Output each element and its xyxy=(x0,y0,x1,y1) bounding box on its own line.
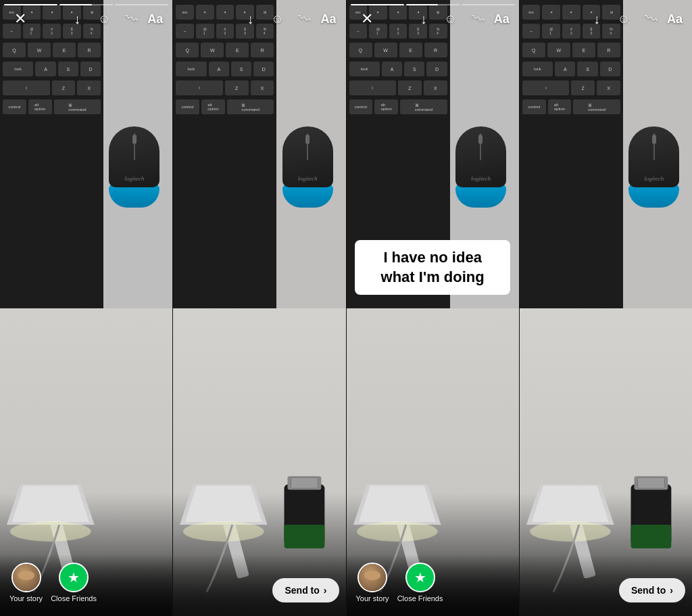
close-friends-label-1: Close Friends xyxy=(51,594,97,602)
progress-bar-3a xyxy=(351,4,404,5)
sticker-icon-1[interactable]: ☺ xyxy=(93,8,115,30)
top-bar-1: ✕ ↓ ☺ 〰 Aa xyxy=(0,0,172,38)
send-to-label-2: Send to xyxy=(285,585,319,596)
top-bar-right-3: ↓ ☺ 〰 Aa xyxy=(413,8,510,30)
text-tool-2[interactable]: Aa xyxy=(320,12,336,26)
star-icon-3: ★ xyxy=(414,571,426,584)
avatar-1 xyxy=(11,563,41,592)
close-button-1[interactable]: ✕ xyxy=(9,8,31,30)
story-panel-2: esc ⁕ ⁕ ⁕ ⊞ ~ @1 #2 $3 %4 Q W E R xyxy=(173,0,346,616)
download-icon-2[interactable]: ↓ xyxy=(239,8,261,30)
avatar-face-1 xyxy=(13,564,40,591)
top-bar-right-1: ↓ ☺ 〰 Aa xyxy=(66,8,163,30)
download-icon-1[interactable]: ↓ xyxy=(66,8,88,30)
progress-bar-3b xyxy=(406,4,460,5)
top-bar-4: ↓ ☺ 〰 Aa xyxy=(520,0,692,38)
text-tool-4[interactable]: Aa xyxy=(667,12,683,26)
text-tool-1[interactable]: Aa xyxy=(147,12,163,26)
text-sticker-3[interactable]: I have no idea what I'm doing xyxy=(355,240,510,295)
progress-bar-1b xyxy=(59,4,113,5)
text-tool-3[interactable]: Aa xyxy=(494,12,510,26)
story-panel-3: esc ⁕ ⁕ ⁕ ⊞ ~ @1 #2 $3 %4 Q W E R xyxy=(347,0,520,616)
your-story-label-1: Your story xyxy=(9,594,43,602)
scribble-icon-3[interactable]: 〰 xyxy=(464,5,491,32)
send-to-label-4: Send to xyxy=(631,585,666,596)
top-bar-2: ↓ ☺ 〰 Aa xyxy=(173,0,345,38)
story-panel-4: esc ⁕ ⁕ ⁕ ⊞ ~ @1 #2 $3 %4 Q W E R xyxy=(520,0,692,616)
story-ui-3: ✕ ↓ ☺ 〰 Aa Your story xyxy=(347,0,519,616)
progress-bar-3c xyxy=(462,4,515,5)
text-sticker-content-3: I have no idea what I'm doing xyxy=(366,248,499,287)
top-bar-left-1: ✕ xyxy=(9,8,31,30)
progress-bars-1 xyxy=(4,4,168,5)
sticker-icon-4[interactable]: ☺ xyxy=(613,8,635,30)
story-ui-4: ↓ ☺ 〰 Aa Send to › xyxy=(520,0,692,616)
close-friends-btn-3[interactable]: ★ xyxy=(405,563,435,592)
bottom-bar-1: Your story ★ Close Friends xyxy=(0,554,172,616)
send-to-button-4[interactable]: Send to › xyxy=(619,578,685,602)
send-to-arrow-4: › xyxy=(670,585,673,596)
top-bar-left-3: ✕ xyxy=(356,8,378,30)
progress-bar-1c xyxy=(115,4,168,5)
send-to-arrow-2: › xyxy=(324,585,327,596)
sticker-icon-3[interactable]: ☺ xyxy=(440,8,462,30)
stories-container: esc ⁕ ⁕ ⁕ ⊞ ~ @1 #2 $3 %4 Q W E R xyxy=(0,0,692,616)
your-story-item-3[interactable]: Your story xyxy=(356,563,389,602)
top-bar-right-4: ↓ ☺ 〰 Aa xyxy=(586,8,683,30)
star-icon-1: ★ xyxy=(68,571,80,584)
download-icon-4[interactable]: ↓ xyxy=(586,8,608,30)
download-icon-3[interactable]: ↓ xyxy=(413,8,435,30)
avatar-face-3 xyxy=(359,564,386,591)
avatar-3 xyxy=(357,563,387,592)
bottom-bar-3: Your story ★ Close Friends xyxy=(347,554,519,616)
story-panel-1: esc ⁕ ⁕ ⁕ ⊞ ~ @1 #2 $3 %4 Q W E R xyxy=(0,0,173,616)
scribble-icon-4[interactable]: 〰 xyxy=(637,5,664,32)
send-to-button-2[interactable]: Send to › xyxy=(272,578,339,602)
progress-bar-1a xyxy=(4,4,57,5)
close-friends-item-3[interactable]: ★ Close Friends xyxy=(397,563,443,602)
close-friends-label-3: Close Friends xyxy=(397,594,443,602)
top-bar-3: ✕ ↓ ☺ 〰 Aa xyxy=(347,0,519,38)
close-button-3[interactable]: ✕ xyxy=(356,8,378,30)
sticker-icon-2[interactable]: ☺ xyxy=(266,8,288,30)
story-ui-2: ↓ ☺ 〰 Aa Send to › xyxy=(173,0,345,616)
scribble-icon-2[interactable]: 〰 xyxy=(291,5,318,32)
your-story-item-1[interactable]: Your story xyxy=(9,563,43,602)
top-bar-right-2: ↓ ☺ 〰 Aa xyxy=(239,8,336,30)
your-story-label-3: Your story xyxy=(356,594,389,602)
close-friends-btn-1[interactable]: ★ xyxy=(59,563,89,592)
close-friends-item-1[interactable]: ★ Close Friends xyxy=(51,563,97,602)
progress-bars-3 xyxy=(351,4,515,5)
story-ui-1: ✕ ↓ ☺ 〰 Aa Your story xyxy=(0,0,172,616)
scribble-icon-1[interactable]: 〰 xyxy=(118,5,145,32)
